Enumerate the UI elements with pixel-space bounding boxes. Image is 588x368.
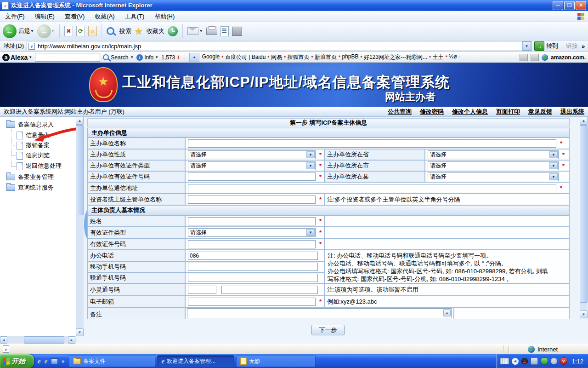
alexa-info-button[interactable]: i Info ▼ — [136, 54, 158, 61]
close-button[interactable]: ✕ — [576, 1, 586, 10]
links-label[interactable]: 链接 — [566, 42, 578, 50]
alexa-dropdown-icon[interactable]: ▼ — [28, 55, 32, 59]
org-address-input[interactable] — [188, 184, 556, 192]
org-cert-type-select[interactable]: 请选择 ▼ — [188, 161, 316, 170]
alexa-search-input[interactable] — [35, 53, 100, 62]
link-feedback[interactable]: 意见反馈 — [528, 108, 552, 116]
sidebar-item-info-browse[interactable]: 信息浏览 — [17, 151, 50, 160]
investor-input[interactable] — [188, 196, 316, 204]
qq-tray-icon[interactable] — [521, 358, 528, 364]
next-step-button[interactable]: 下一步 — [311, 325, 345, 335]
org-nature-select[interactable]: 请选择 ▼ — [188, 150, 316, 159]
edit-button[interactable] — [220, 26, 229, 36]
sidebar-vscroll-thumb[interactable] — [76, 125, 84, 215]
alexa-logo[interactable]: a Alexa ▼ — [2, 54, 32, 61]
link-qingnianren[interactable]: 青年人 — [459, 53, 459, 61]
back-button[interactable]: ← 后退 ▼ — [3, 24, 34, 38]
link-sohu[interactable]: 搜狐首页 — [284, 53, 310, 61]
sidebar-scroll-left-icon[interactable]: ◄ — [0, 336, 7, 344]
cart-icon[interactable] — [520, 54, 528, 61]
link-change-password[interactable]: 修改密码 — [420, 108, 444, 116]
sidebar-scroll-down-icon[interactable]: ▼ — [76, 328, 84, 336]
sidebar-item-beian-business[interactable]: 备案业务管理 — [6, 173, 54, 181]
mobile-phone-input[interactable] — [188, 263, 318, 271]
main-vscroll-thumb[interactable] — [580, 125, 588, 303]
alexa-search-button[interactable]: Search ▼ — [103, 54, 134, 61]
menu-favorites[interactable]: 收藏(A) — [90, 11, 119, 22]
person-name-input[interactable] — [188, 217, 316, 225]
sidebar-item-returned-info[interactable]: 退回信息处理 — [17, 162, 62, 170]
menu-help[interactable]: 帮助(H) — [149, 11, 180, 22]
person-cert-no-input[interactable] — [188, 240, 316, 248]
menu-edit[interactable]: 编辑(E) — [30, 11, 60, 22]
link-hao123[interactable]: 好123网址之家---精彩网... — [361, 53, 428, 61]
link-tutu[interactable]: 土土 — [429, 53, 444, 61]
search-button[interactable]: 搜索 — [107, 27, 131, 35]
maximize-button[interactable]: ❐ — [564, 1, 575, 10]
forward-button[interactable]: → ▼ — [37, 24, 55, 38]
alexa-globe-icon[interactable] — [542, 54, 548, 61]
refresh-button[interactable]: ⟳ — [76, 26, 85, 36]
messenger-button[interactable] — [232, 27, 242, 36]
org-name-input[interactable] — [188, 139, 556, 148]
go-label[interactable]: 转到 — [546, 42, 558, 50]
unicom-phone-input[interactable] — [188, 274, 318, 282]
office-phone-input[interactable] — [188, 252, 318, 260]
sidebar-item-query-stats[interactable]: 查询统计服务 — [6, 184, 54, 192]
main-scroll-down-icon[interactable]: ▼ — [580, 310, 588, 318]
links-chevron-icon[interactable]: » — [582, 43, 585, 50]
keyboard-tray-icon[interactable] — [500, 358, 509, 364]
link-baidu[interactable]: 百度公司 | Baidu — [221, 53, 266, 61]
link-print-page[interactable]: 页面打印 — [496, 108, 520, 116]
stop-button[interactable]: ✖ — [64, 26, 73, 36]
email-input[interactable] — [188, 298, 316, 306]
org-province-select[interactable]: 请选择 ▼ — [428, 150, 559, 159]
quicklaunch-chevron-icon[interactable]: » — [62, 358, 64, 364]
sidebar-scroll-up-icon[interactable]: ▲ — [76, 117, 84, 125]
pas-number-input[interactable] — [221, 286, 318, 294]
start-button[interactable]: 开始 — [0, 354, 34, 368]
link-edit-profile[interactable]: 修改个人信息 — [452, 108, 488, 116]
link-163[interactable]: 网易 — [267, 53, 282, 61]
menu-view[interactable]: 查看(V) — [60, 11, 90, 22]
link-public-query[interactable]: 公共查询 — [388, 108, 412, 116]
menu-tools[interactable]: 工具(T) — [120, 11, 150, 22]
textarea-scroll-up-icon[interactable]: ▲ — [443, 309, 451, 316]
volume-tray-icon[interactable] — [551, 358, 557, 364]
task-beian-folder[interactable]: 备案文件 — [69, 355, 155, 367]
tray-collapse-icon[interactable]: ◄ — [512, 358, 519, 365]
menu-file[interactable]: 文件(F) — [0, 11, 30, 22]
favorites-button[interactable]: ★ 收藏夹 — [135, 26, 164, 37]
network-tray-icon[interactable] — [531, 357, 538, 365]
mail-button[interactable]: ▼ — [187, 27, 203, 35]
security-v-icon[interactable]: V — [560, 357, 567, 365]
link-sina[interactable]: 新浪首页 — [311, 53, 337, 61]
back-dropdown-icon[interactable]: ▼ — [30, 29, 34, 33]
task-ie-beian[interactable]: e 欢迎进入备案管理... — [157, 355, 234, 367]
org-city-select[interactable]: 请选择 ▼ — [428, 161, 559, 170]
minimize-button[interactable]: ─ — [553, 1, 563, 10]
link-phpbb[interactable]: phpBB — [339, 53, 359, 61]
print-button[interactable] — [206, 28, 217, 35]
task-wuying[interactable]: 无影 — [236, 355, 316, 367]
pas-area-input[interactable] — [188, 286, 216, 294]
link-logout[interactable]: 退出系统 — [560, 108, 584, 116]
remark-textarea[interactable]: ▲ — [187, 308, 452, 318]
sidebar-hscroll-thumb[interactable] — [24, 336, 64, 344]
show-desktop-icon[interactable] — [51, 358, 58, 364]
sidebar-scroll-right-icon[interactable]: ► — [68, 336, 75, 344]
share-icon[interactable]: ➜ — [189, 53, 199, 62]
quicklaunch-mail-icon[interactable]: e — [45, 357, 48, 365]
history-button[interactable] — [168, 26, 178, 36]
address-dropdown-icon[interactable]: ▼ — [522, 41, 531, 51]
link-misc[interactable]: ½ø — [446, 53, 457, 61]
person-cert-type-select[interactable]: 请选择 ▼ — [188, 228, 316, 237]
home-button[interactable]: ⌂ — [88, 26, 97, 36]
main-scroll-up-icon[interactable]: ▲ — [580, 117, 588, 125]
quicklaunch-ie-icon[interactable]: e — [38, 357, 41, 365]
antivirus-shield-icon[interactable] — [541, 357, 548, 365]
go-icon[interactable]: → — [534, 41, 544, 51]
org-county-select[interactable]: 请选择 ▼ — [428, 172, 559, 181]
print-mini-icon[interactable] — [531, 54, 539, 61]
address-input[interactable] — [37, 42, 522, 50]
